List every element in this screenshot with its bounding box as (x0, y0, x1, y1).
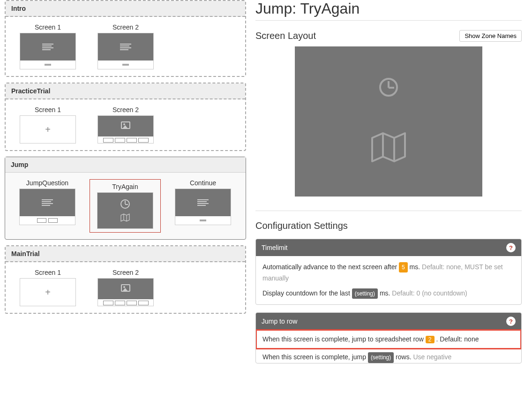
help-icon[interactable]: ? (506, 317, 516, 326)
screen-label: Screen 2 (90, 23, 161, 31)
highlighted-setting: When this screen is complete, jump to sp… (255, 329, 522, 349)
screen-card[interactable]: Screen 1+ (12, 106, 83, 144)
screen-card[interactable]: Screen 2 (90, 106, 161, 144)
screen-label: Screen 2 (90, 106, 161, 113)
jumptorow-value-badge[interactable]: 2 (426, 336, 435, 343)
group-header[interactable]: PracticeTrial (6, 83, 245, 99)
display-group[interactable]: PracticeTrialScreen 1+Screen 2 (5, 83, 246, 151)
display-group[interactable]: JumpJumpQuestionTryAgainContinue (5, 157, 246, 240)
screen-card[interactable]: TryAgain (90, 179, 161, 233)
screen-label: Continue (167, 179, 239, 187)
screen-label: TryAgain (93, 183, 157, 190)
page-title: Jump: TryAgain (255, 0, 522, 17)
jump-setting-badge[interactable]: (setting) (368, 352, 394, 363)
jumptorow-header: Jump to row (262, 318, 297, 325)
display-group[interactable]: MainTrialScreen 1+Screen 2 (5, 245, 246, 314)
screen-label: Screen 1 (12, 269, 83, 276)
screen-card[interactable]: Screen 2 (90, 269, 161, 306)
properties-panel: Jump: TryAgain Screen Layout Show Zone N… (251, 0, 532, 401)
help-icon[interactable]: ? (506, 243, 516, 252)
show-zone-names-button[interactable]: Show Zone Names (459, 30, 522, 42)
screen-card[interactable]: Screen 2 (90, 23, 161, 69)
group-header[interactable]: MainTrial (6, 246, 245, 262)
group-header[interactable]: Intro (6, 1, 245, 17)
timelimit-value-badge[interactable]: 5 (399, 262, 408, 272)
timelimit-header: Timelimit (262, 244, 287, 251)
countdown-setting-badge[interactable]: (setting) (352, 288, 378, 299)
jumptorow-block: Jump to row ? When this screen is comple… (255, 312, 522, 363)
clock-icon (379, 78, 398, 97)
screen-card[interactable]: Screen 1 (12, 23, 83, 69)
screen-layout-preview[interactable] (295, 46, 482, 197)
displays-panel: IntroScreen 1Screen 2PracticeTrialScreen… (0, 0, 251, 401)
screen-label: Screen 1 (12, 23, 83, 31)
screen-layout-heading: Screen Layout (255, 30, 316, 41)
map-icon (370, 131, 407, 165)
config-settings-heading: Configuration Settings (255, 220, 522, 231)
screen-label: Screen 1 (12, 106, 83, 113)
screen-label: Screen 2 (90, 269, 161, 276)
display-group[interactable]: IntroScreen 1Screen 2 (5, 0, 246, 77)
screen-card[interactable]: Continue (167, 179, 239, 233)
timelimit-block: Timelimit ? Automatically advance to the… (255, 239, 522, 305)
screen-card[interactable]: JumpQuestion (12, 179, 83, 233)
screen-label: JumpQuestion (12, 179, 83, 187)
group-header[interactable]: Jump (5, 157, 246, 173)
screen-card[interactable]: Screen 1+ (12, 269, 83, 306)
